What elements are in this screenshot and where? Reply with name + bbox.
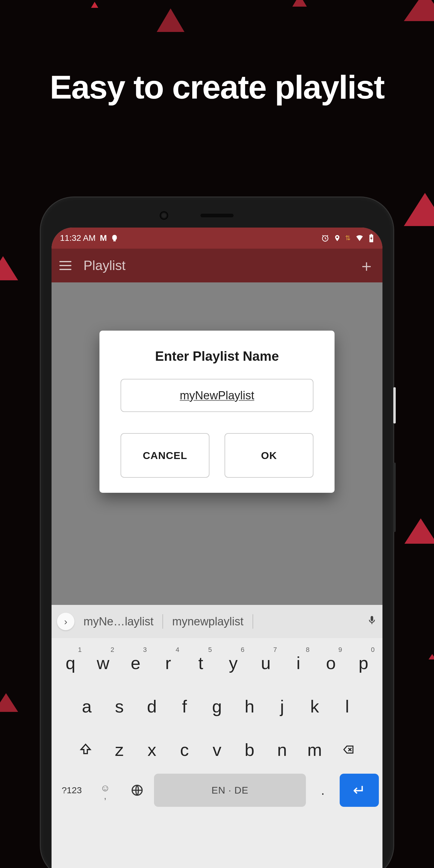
location-icon [334, 234, 341, 243]
divider [162, 614, 163, 629]
playlist-name-input[interactable] [121, 379, 313, 412]
shift-key[interactable] [69, 730, 102, 769]
ok-button[interactable]: OK [224, 433, 313, 478]
backspace-icon [340, 744, 356, 755]
menu-icon[interactable] [59, 261, 71, 270]
key-b[interactable]: b [234, 730, 265, 769]
key-e[interactable]: e3 [120, 644, 151, 682]
key-t[interactable]: t5 [185, 644, 216, 682]
divider [253, 614, 253, 629]
key-y[interactable]: y6 [218, 644, 249, 682]
phone-side-button [393, 387, 396, 424]
key-f[interactable]: f [169, 687, 200, 725]
status-bar: 11:32 AM M ⇅ [52, 227, 382, 249]
triangle-deco [404, 193, 434, 226]
app-bar-title: Playlist [84, 258, 346, 273]
key-s[interactable]: s [104, 687, 135, 725]
key-u[interactable]: u7 [250, 644, 281, 682]
key-j[interactable]: j [267, 687, 298, 725]
key-a[interactable]: a [71, 687, 102, 725]
battery-charging-icon [369, 234, 374, 243]
dialog-title: Enter Playlist Name [121, 349, 313, 364]
key-w[interactable]: w2 [88, 644, 119, 682]
triangle-deco [157, 8, 184, 32]
space-key[interactable]: EN · DE [154, 774, 306, 807]
symbols-key[interactable]: ?123 [55, 774, 88, 807]
create-playlist-dialog: Enter Playlist Name CANCEL OK [99, 331, 335, 493]
suggestion-bar: › myNe…laylist mynewplaylist [52, 605, 382, 638]
emoji-key[interactable]: ☺ , [90, 774, 120, 807]
cancel-button[interactable]: CANCEL [121, 433, 210, 478]
status-time: 11:32 AM [60, 233, 96, 243]
phone-side-button [393, 463, 396, 532]
chevron-right-icon: › [64, 616, 67, 627]
enter-icon: ↵ [353, 781, 366, 799]
key-i[interactable]: i8 [283, 644, 314, 682]
alarm-icon [321, 234, 330, 242]
key-x[interactable]: x [136, 730, 167, 769]
triangle-deco [0, 256, 18, 280]
key-m[interactable]: m [299, 730, 330, 769]
key-d[interactable]: d [136, 687, 167, 725]
key-g[interactable]: g [202, 687, 232, 725]
expand-suggestions-button[interactable]: › [57, 613, 74, 630]
key-v[interactable]: v [202, 730, 232, 769]
key-l[interactable]: l [332, 687, 363, 725]
key-k[interactable]: k [299, 687, 330, 725]
triangle-deco [0, 693, 18, 712]
suggestion-item[interactable]: mynewplaylist [168, 615, 247, 628]
content-scrim: Enter Playlist Name CANCEL OK [52, 282, 382, 605]
key-z[interactable]: z [104, 730, 135, 769]
shift-icon [79, 742, 93, 757]
backspace-key[interactable] [332, 730, 365, 769]
key-c[interactable]: c [169, 730, 200, 769]
key-h[interactable]: h [234, 687, 265, 725]
triangle-deco [404, 518, 434, 544]
add-playlist-button[interactable]: ＋ [358, 257, 375, 274]
app-bar: Playlist ＋ [52, 249, 382, 282]
soft-keyboard: › myNe…laylist mynewplaylist q1w2e3r4t5y… [52, 605, 382, 868]
key-n[interactable]: n [267, 730, 298, 769]
gmail-icon: M [100, 233, 106, 243]
globe-icon [130, 784, 144, 797]
triangle-deco [404, 0, 434, 21]
mic-icon[interactable] [367, 614, 377, 629]
period-key[interactable]: . [308, 774, 338, 807]
data-arrows-icon: ⇅ [345, 234, 350, 242]
headline: Easy to create playlist [0, 68, 434, 106]
key-p[interactable]: p0 [348, 644, 379, 682]
key-o[interactable]: o9 [315, 644, 346, 682]
language-key[interactable] [122, 774, 152, 807]
wifi-icon [355, 234, 364, 242]
triangle-deco [91, 2, 98, 8]
key-r[interactable]: r4 [153, 644, 184, 682]
phone-frame: 11:32 AM M ⇅ Playlist ＋ [41, 197, 393, 868]
triangle-deco [429, 654, 434, 659]
triangle-deco [292, 0, 307, 7]
comma-label: , [104, 794, 106, 798]
enter-key[interactable]: ↵ [340, 774, 379, 807]
svg-rect-2 [371, 234, 372, 235]
key-q[interactable]: q1 [55, 644, 86, 682]
phone-screen: 11:32 AM M ⇅ Playlist ＋ [52, 227, 382, 868]
app-notification-icon [111, 234, 119, 242]
suggestion-item[interactable]: myNe…laylist [80, 615, 157, 628]
